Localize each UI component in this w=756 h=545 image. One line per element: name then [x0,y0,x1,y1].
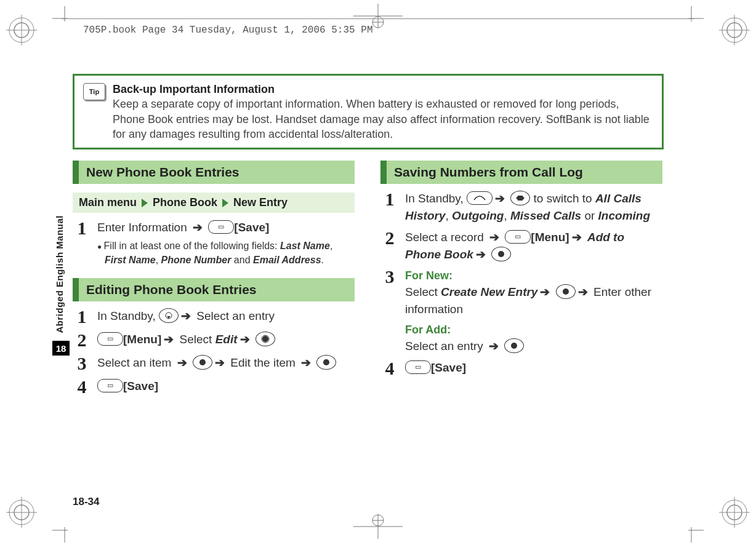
step: 1 Enter Information ➔ ▭[Save] Fill in at… [73,219,355,267]
section-editing-entries: Editing Phone Book Entries [73,278,355,301]
step-number: 3 [380,268,399,286]
nav-center-icon [491,247,511,261]
arrow-icon: ➔ [537,285,552,298]
step-number: 3 [73,354,91,373]
arrow-icon: ➔ [179,309,193,322]
page-number: 18-34 [73,496,99,508]
header-rule [62,18,694,19]
running-header: 705P.book Page 34 Tuesday, August 1, 200… [83,25,372,36]
registration-mark-icon [719,497,750,530]
crop-mark-icon [679,6,704,33]
registration-mark-icon [6,497,37,530]
side-tab: Abridged English Manual 18 [54,215,68,333]
tip-title: Back-up Important Information [113,83,275,95]
step-number: 1 [73,308,91,326]
sublabel-for-new: For New: [405,268,662,284]
chevron-right-icon [222,199,228,207]
tip-icon: Tip [83,83,105,100]
softkey-icon: ▭ [97,332,123,346]
step-number: 1 [380,190,399,209]
step-number: 1 [73,219,91,237]
svg-point-42 [563,288,569,295]
step-number: 4 [380,359,399,378]
svg-rect-38 [518,196,523,201]
nav-center-icon [504,338,524,353]
right-column: Saving Numbers from Call Log 1 In Standb… [380,161,662,401]
left-column: New Phone Book Entries Main menu Phone B… [73,161,355,401]
step-number: 2 [380,229,399,247]
nav-center-icon [255,332,275,346]
fold-mark-icon [353,514,403,541]
note-text: Fill in at least one of the following fi… [104,241,280,251]
registration-mark-icon [719,15,750,48]
step-number: 4 [73,378,91,396]
registration-mark-icon [6,15,37,48]
svg-marker-39 [516,196,518,200]
key-label: [Save] [234,221,269,234]
softkey-icon: ▭ [405,360,431,374]
svg-point-41 [498,251,504,257]
side-tab-label: Abridged English Manual [54,215,65,333]
arrow-icon: ➔ [487,231,502,244]
svg-point-43 [511,343,517,349]
nav-lr-icon [510,191,530,205]
chevron-right-icon [142,199,148,207]
arrow-icon: ➔ [175,356,190,369]
crop-mark-icon [52,6,77,33]
nav-down-icon [159,308,179,323]
svg-point-37 [323,359,329,365]
arrow-icon: ➔ [212,356,227,369]
call-key-icon [467,191,493,205]
tip-body: Keep a separate copy of important inform… [113,98,649,140]
breadcrumb-item: Main menu [79,196,137,209]
step-text: Enter Information [97,221,190,234]
arrow-icon: ➔ [238,333,252,346]
arrow-icon: ➔ [473,248,488,261]
nav-center-icon [193,355,212,370]
arrow-icon: ➔ [576,285,590,298]
nav-center-icon [556,284,576,299]
softkey-icon: ▭ [505,230,531,244]
breadcrumb-item: New Entry [233,196,288,209]
sublabel-for-add: For Add: [405,322,662,338]
breadcrumb: Main menu Phone Book New Entry [73,193,355,213]
arrow-icon: ➔ [486,340,501,352]
breadcrumb-item: Phone Book [153,196,217,209]
arrow-icon: ➔ [190,221,205,234]
softkey-icon: ▭ [97,379,123,392]
step-number: 2 [73,331,91,349]
svg-point-34 [262,336,268,342]
arrow-icon: ➔ [161,333,176,346]
arrow-icon: ➔ [493,192,507,205]
arrow-icon: ➔ [299,356,313,369]
chapter-number: 18 [52,341,70,356]
section-new-entries: New Phone Book Entries [73,161,355,184]
tip-box: Tip Back-up Important Information Keep a… [73,74,664,149]
section-call-log: Saving Numbers from Call Log [380,161,662,184]
crop-mark-icon [679,518,704,545]
arrow-icon: ➔ [569,231,584,244]
tip-content: Back-up Important Information Keep a sep… [113,82,653,141]
svg-marker-40 [523,196,525,200]
svg-point-36 [199,359,206,365]
softkey-icon: ▭ [208,220,234,234]
nav-center-icon [316,355,336,370]
crop-mark-icon [52,518,77,545]
